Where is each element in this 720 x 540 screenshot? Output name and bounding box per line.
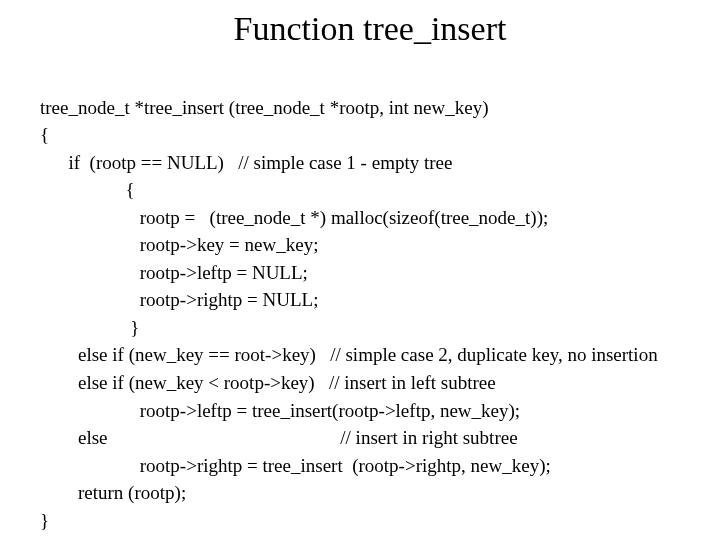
code-line: return (rootp);: [40, 482, 186, 503]
code-line: rootp->rightp = NULL;: [40, 289, 318, 310]
slide: Function tree_insert tree_node_t *tree_i…: [0, 0, 720, 540]
code-line: rootp = (tree_node_t *) malloc(sizeof(tr…: [40, 207, 548, 228]
code-line: rootp->key = new_key;: [40, 234, 318, 255]
code-line: rootp->rightp = tree_insert (rootp->righ…: [40, 455, 551, 476]
code-line: tree_node_t *tree_insert (tree_node_t *r…: [40, 97, 488, 118]
code-block: tree_node_t *tree_insert (tree_node_t *r…: [40, 66, 700, 534]
code-line: else if (new_key < rootp->key) // insert…: [40, 372, 496, 393]
code-line: else // insert in right subtree: [40, 427, 518, 448]
code-line: {: [40, 124, 49, 145]
slide-title: Function tree_insert: [40, 10, 700, 48]
code-line: rootp->leftp = tree_insert(rootp->leftp,…: [40, 400, 520, 421]
code-line: else if (new_key == root->key) // simple…: [40, 344, 658, 365]
code-line: rootp->leftp = NULL;: [40, 262, 308, 283]
code-line: if (rootp == NULL) // simple case 1 - em…: [40, 152, 452, 173]
code-line: }: [40, 317, 139, 338]
code-line: {: [40, 179, 135, 200]
code-line: }: [40, 510, 49, 531]
